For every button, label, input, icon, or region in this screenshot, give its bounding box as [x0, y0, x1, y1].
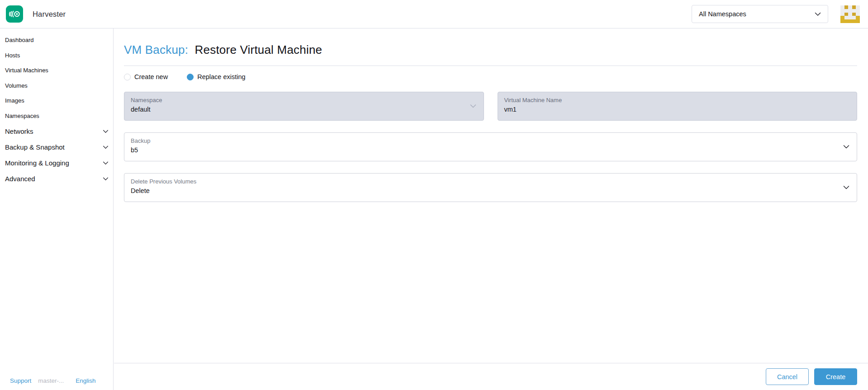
sidebar-item-dashboard[interactable]: Dashboard: [0, 33, 113, 48]
sidebar-footer: Support master-... English: [0, 377, 113, 390]
sidebar-group-label: Advanced: [5, 175, 35, 183]
namespace-select: Namespace default: [124, 92, 484, 121]
sidebar-item-hosts[interactable]: Hosts: [0, 48, 113, 63]
page-title-prefix: VM Backup:: [124, 43, 188, 56]
sidebar-group-backup-snapshot[interactable]: Backup & Snapshot: [0, 139, 113, 155]
chevron-down-icon: [103, 146, 109, 149]
sidebar-item-images[interactable]: Images: [0, 93, 113, 108]
radio-create-new[interactable]: Create new: [124, 73, 168, 80]
field-value: vm1: [504, 106, 851, 113]
namespace-filter-select[interactable]: All Namespaces: [692, 5, 828, 23]
field-value: b5: [131, 146, 850, 154]
version-label: master-...: [38, 377, 64, 384]
cancel-button[interactable]: Cancel: [766, 368, 809, 385]
create-button[interactable]: Create: [814, 368, 857, 385]
radio-label: Replace existing: [197, 73, 245, 80]
language-link[interactable]: English: [76, 377, 95, 384]
sidebar-group-label: Backup & Snapshot: [5, 143, 65, 151]
chevron-down-icon: [470, 104, 476, 108]
harvester-logo-icon: [6, 5, 23, 23]
page-title-text: Restore Virtual Machine: [195, 43, 323, 56]
app-name: Harvester: [33, 10, 66, 19]
virtual-machine-name-field: Virtual Machine Name vm1: [498, 92, 858, 121]
chevron-down-icon: [103, 161, 109, 165]
sidebar-group-label: Networks: [5, 127, 33, 135]
radio-replace-existing[interactable]: Replace existing: [187, 73, 245, 80]
restore-mode-radio-group: Create new Replace existing: [124, 73, 857, 80]
backup-select[interactable]: Backup b5: [124, 132, 857, 161]
support-link[interactable]: Support: [10, 377, 31, 384]
delete-previous-volumes-select[interactable]: Delete Previous Volumes Delete: [124, 173, 857, 202]
chevron-down-icon: [103, 177, 109, 181]
sidebar-group-advanced[interactable]: Advanced: [0, 171, 113, 187]
namespace-filter-value: All Namespaces: [699, 10, 746, 18]
chevron-down-icon: [815, 12, 821, 16]
sidebar-nav: Dashboard Hosts Virtual Machines Volumes…: [0, 28, 114, 390]
user-avatar[interactable]: [840, 5, 860, 23]
sidebar-group-networks[interactable]: Networks: [0, 123, 113, 139]
chevron-down-icon: [843, 145, 849, 149]
chevron-down-icon: [103, 130, 109, 133]
sidebar-group-monitoring-logging[interactable]: Monitoring & Logging: [0, 155, 113, 171]
field-label: Backup: [131, 137, 850, 144]
field-label: Virtual Machine Name: [504, 97, 851, 103]
sidebar-group-label: Monitoring & Logging: [5, 159, 69, 167]
radio-circle-icon: [124, 74, 131, 80]
action-bar: Cancel Create: [114, 363, 868, 390]
field-label: Namespace: [131, 97, 477, 103]
sidebar-item-namespaces[interactable]: Namespaces: [0, 108, 113, 124]
sidebar-item-virtual-machines[interactable]: Virtual Machines: [0, 63, 113, 78]
field-value: default: [131, 106, 477, 113]
top-header: Harvester All Namespaces: [0, 0, 868, 28]
radio-circle-icon: [187, 74, 194, 80]
sidebar-item-volumes[interactable]: Volumes: [0, 78, 113, 94]
main-content: VM Backup: Restore Virtual Machine Creat…: [114, 28, 868, 390]
field-label: Delete Previous Volumes: [131, 178, 850, 185]
radio-label: Create new: [134, 73, 168, 80]
field-value: Delete: [131, 187, 850, 194]
title-divider: [124, 66, 857, 66]
page-title: VM Backup: Restore Virtual Machine: [124, 43, 857, 57]
chevron-down-icon: [843, 186, 849, 190]
